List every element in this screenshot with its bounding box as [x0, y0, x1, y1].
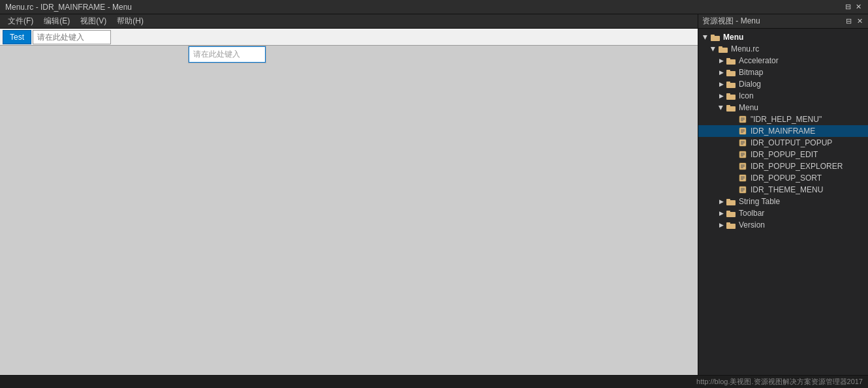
file-icon-idr-theme-menu [737, 186, 748, 194]
svg-rect-2 [719, 48, 728, 53]
tree-item-accelerator[interactable]: ▶ Accelerator [698, 55, 868, 67]
close-button[interactable]: ✕ [854, 3, 863, 12]
svg-rect-4 [726, 59, 736, 65]
file-icon-idr-popup-explorer [737, 162, 748, 170]
tree-item-version[interactable]: ▶ Version [698, 219, 868, 231]
tree-item-menu-rc[interactable]: ▶ Menu.rc [698, 43, 868, 55]
file-icon-idr-help-menu [737, 115, 748, 123]
svg-rect-44 [726, 212, 736, 217]
menu-file[interactable]: 文件(F) [3, 14, 39, 28]
folder-icon-string-table [726, 198, 736, 205]
tree-arrow-dialog: ▶ [717, 80, 726, 89]
tree-label-idr-popup-sort: IDR_POPUP_SORT [751, 173, 822, 183]
tree-label-idr-popup-explorer: IDR_POPUP_EXPLORER [751, 162, 843, 171]
file-icon-idr-popup-edit [737, 151, 748, 158]
folder-icon-menu [726, 104, 736, 112]
svg-rect-9 [726, 82, 730, 83]
svg-rect-11 [726, 93, 730, 95]
folder-icon-menu-rc [718, 45, 728, 53]
file-icon-idr-mainframe [737, 127, 748, 135]
svg-rect-7 [726, 70, 730, 72]
tree-item-icon[interactable]: ▶ Icon [698, 90, 868, 102]
menu-help[interactable]: 帮助(H) [112, 14, 149, 28]
tree-item-menu[interactable]: ▶ Menu [698, 102, 868, 113]
svg-rect-6 [726, 71, 736, 76]
tree-item-toolbar[interactable]: ▶ Toolbar [698, 207, 868, 219]
editor-canvas [0, 46, 698, 375]
right-panel: 资源视图 - Menu ⊟ ✕ ▶ Menu ▶ [698, 14, 868, 375]
right-panel-header: 资源视图 - Menu ⊟ ✕ [698, 14, 868, 29]
folder-icon-dialog [726, 80, 736, 88]
menu-editor-bar: Test [0, 29, 698, 46]
editor-area: 文件(F) 编辑(E) 视图(V) 帮助(H) Test 请在此处键入 [0, 14, 698, 375]
file-icon-idr-popup-sort [737, 174, 748, 182]
tree-label-version: Version [739, 220, 765, 230]
svg-rect-5 [726, 58, 730, 60]
tree-arrow-menu: ▶ [717, 103, 726, 112]
tree-label-accelerator: Accelerator [739, 56, 779, 65]
folder-icon-accelerator [726, 57, 736, 65]
tree-label-toolbar: Toolbar [739, 209, 764, 218]
tree-item-idr-help-menu[interactable]: ▶ "IDR_HELP_MENU" [698, 113, 868, 125]
svg-rect-43 [726, 199, 730, 201]
tree-arrow-icon: ▶ [717, 91, 726, 100]
close-panel-icon[interactable]: ✕ [856, 17, 864, 25]
tree-item-idr-popup-edit[interactable]: ▶ IDR_POPUP_EDIT [698, 149, 868, 160]
tree-label-bitmap: Bitmap [739, 68, 763, 77]
svg-rect-3 [719, 46, 722, 48]
tree-view[interactable]: ▶ Menu ▶ Menu.rc ▶ [698, 29, 868, 375]
tree-arrow-toolbar: ▶ [717, 209, 726, 218]
tree-item-idr-theme-menu[interactable]: ▶ IDR_THEME_MENU [698, 184, 868, 196]
svg-rect-8 [726, 83, 736, 88]
menu-dropdown: 请在此处键入 [188, 46, 266, 63]
tree-root[interactable]: ▶ Menu [698, 31, 868, 43]
tree-item-string-table[interactable]: ▶ String Table [698, 196, 868, 207]
test-button[interactable]: Test [3, 30, 31, 44]
tree-label-idr-theme-menu: IDR_THEME_MENU [751, 185, 823, 194]
menu-bar: 文件(F) 编辑(E) 视图(V) 帮助(H) [0, 14, 698, 29]
tree-item-idr-output-popup[interactable]: ▶ IDR_OUTPUT_POPUP [698, 137, 868, 149]
svg-rect-42 [726, 200, 736, 205]
svg-rect-0 [711, 36, 720, 41]
tree-item-idr-mainframe[interactable]: ▶ IDR_MAINFRAME [698, 125, 868, 137]
tree-arrow-root: ▶ [701, 33, 710, 42]
title-text: Menu.rc - IDR_MAINFRAME - Menu [5, 3, 843, 12]
right-panel-title: 资源视图 - Menu [702, 16, 760, 27]
tree-arrow-menu-rc: ▶ [709, 44, 718, 53]
tree-arrow-accelerator: ▶ [717, 56, 726, 65]
tree-arrow-string-table: ▶ [717, 197, 726, 206]
svg-rect-47 [726, 222, 730, 224]
tree-label-idr-popup-edit: IDR_POPUP_EDIT [751, 150, 818, 159]
tree-item-bitmap[interactable]: ▶ Bitmap [698, 67, 868, 78]
pin-icon[interactable]: ⊟ [845, 17, 853, 25]
tree-item-dialog[interactable]: ▶ Dialog [698, 78, 868, 90]
tree-label-idr-help-menu: "IDR_HELP_MENU" [751, 115, 822, 124]
menu-placeholder-input-1[interactable] [33, 30, 111, 44]
svg-rect-45 [726, 211, 730, 213]
tree-label-menu: Menu [739, 103, 758, 112]
tree-label-idr-mainframe: IDR_MAINFRAME [751, 127, 815, 136]
right-header-icons: ⊟ ✕ [845, 17, 864, 25]
svg-rect-10 [726, 95, 736, 100]
tree-label-icon: Icon [739, 91, 754, 100]
menu-edit[interactable]: 编辑(E) [39, 14, 75, 28]
tree-label-root: Menu [723, 33, 743, 42]
tree-arrow-version: ▶ [717, 220, 726, 230]
menu-view[interactable]: 视图(V) [75, 14, 112, 28]
bottom-bar: http://blog.美视图.资源视图解决方案资源管理器2017 [0, 375, 868, 388]
folder-icon-root [710, 33, 721, 41]
tree-item-idr-popup-explorer[interactable]: ▶ IDR_POPUP_EXPLORER [698, 160, 868, 172]
svg-rect-46 [726, 224, 736, 229]
menu-dropdown-item[interactable]: 请在此处键入 [189, 46, 266, 63]
tree-label-menu-rc: Menu.rc [731, 44, 759, 53]
folder-icon-bitmap [726, 68, 736, 76]
title-bar: Menu.rc - IDR_MAINFRAME - Menu ⊟ ✕ [0, 0, 868, 14]
pin-button[interactable]: ⊟ [843, 3, 852, 12]
tree-arrow-bitmap: ▶ [717, 68, 726, 77]
tree-item-idr-popup-sort[interactable]: ▶ IDR_POPUP_SORT [698, 172, 868, 184]
svg-rect-1 [711, 35, 715, 37]
svg-rect-13 [726, 105, 730, 107]
folder-icon-toolbar [726, 209, 736, 217]
folder-icon-icon [726, 92, 736, 100]
file-icon-idr-output-popup [737, 139, 748, 147]
